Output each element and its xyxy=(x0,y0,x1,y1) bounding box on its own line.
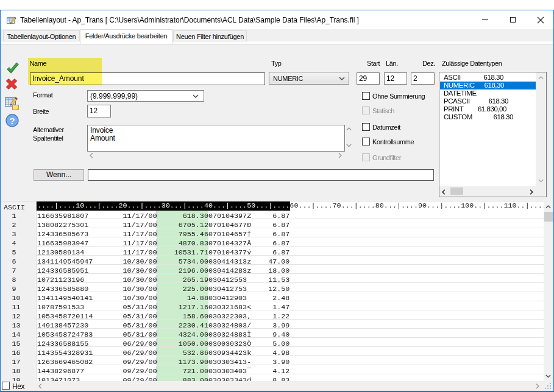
svg-text:?: ? xyxy=(9,116,15,126)
